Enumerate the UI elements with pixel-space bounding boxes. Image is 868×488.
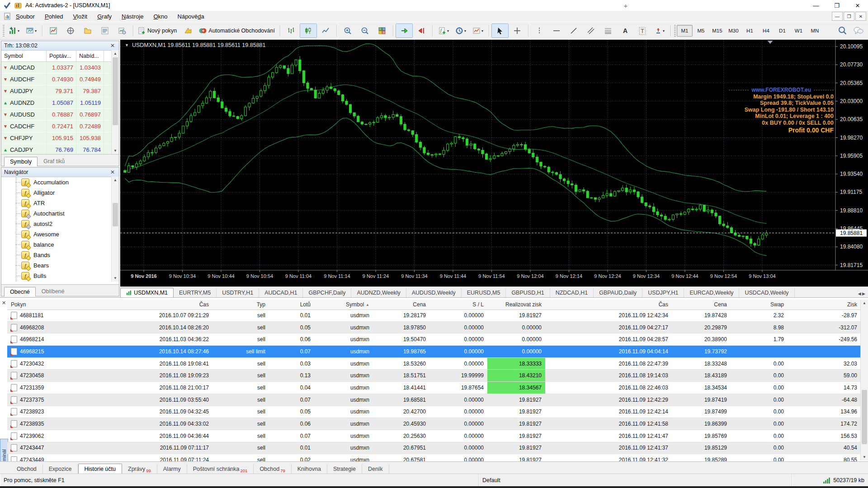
chevron-down-icon[interactable]: ▼ <box>125 43 129 47</box>
autotrading-button[interactable]: Automatické Obchodování <box>197 23 278 38</box>
mw-column-bid[interactable]: Poptáv... <box>47 51 76 61</box>
terminal-column-5[interactable]: Cena <box>373 300 429 310</box>
timeframe-h1[interactable]: H1 <box>742 25 758 37</box>
chart-tab-usdtry-h1[interactable]: USDTRY,H1 <box>217 288 259 298</box>
close-icon[interactable]: ✕ <box>109 169 116 175</box>
menu-nástroje[interactable]: Nástroje <box>117 12 148 21</box>
scroll-up-icon[interactable]: ▲ <box>861 300 868 306</box>
market-watch-scrollbar[interactable]: ▲ ▼ <box>111 50 119 154</box>
chart-tab-gbpchf-daily[interactable]: GBPCHF,Daily <box>303 288 351 298</box>
terminal-column-0[interactable]: Pokyn <box>7 300 132 310</box>
terminal-column-2[interactable]: Typ <box>212 300 269 310</box>
order-row[interactable]: 472313592016.11.08 21:00:17sell0.04usdmx… <box>7 382 861 394</box>
market-watch-row[interactable]: ▼CHFJPY105.915105.938 <box>1 132 119 144</box>
search-icon[interactable] <box>838 26 847 35</box>
order-row[interactable]: 472390622016.11.09 04:36:44sell0.07usdmx… <box>7 430 861 442</box>
chart-tab-eurtry-m5[interactable]: EURTRY,M5 <box>174 288 217 298</box>
scroll-up-icon[interactable]: ▲ <box>112 177 119 183</box>
terminal-tab-deník[interactable]: Deník <box>362 464 389 474</box>
navigator-item[interactable]: ƒBears <box>1 260 119 271</box>
terminal-column-7[interactable]: Realizovat zisk <box>487 300 545 310</box>
terminal-column-8[interactable]: Čas <box>545 300 672 310</box>
navigator-item[interactable]: ƒAlligator <box>1 188 119 198</box>
navigator-item[interactable]: ƒATR <box>1 198 119 208</box>
market-watch-row[interactable]: ▲AUDNZD1.050871.05119 <box>1 97 119 109</box>
candlestick-chart[interactable]: 20.1009520.0773020.0536520.0300020.00635… <box>120 40 868 286</box>
timeframe-h4[interactable]: H4 <box>758 25 774 37</box>
navigator-item[interactable]: ƒBands <box>1 250 119 260</box>
order-row[interactable]: 469682142016.11.03 04:36:22sell0.06usdmx… <box>7 333 861 346</box>
scroll-down-icon[interactable]: ▼ <box>112 275 119 282</box>
zoom-out-button[interactable] <box>356 23 373 38</box>
navigator-toggle[interactable] <box>79 23 96 38</box>
navigator-item[interactable]: ƒAutochartist <box>1 208 119 219</box>
timeframe-w1[interactable]: W1 <box>791 25 807 37</box>
close-button[interactable]: ✕ <box>847 0 868 11</box>
terminal-tab-strategie[interactable]: Strategie <box>327 464 362 474</box>
terminal-scrollbar[interactable]: ▲ ▼ <box>860 300 868 460</box>
navigator-item[interactable]: ƒBulls <box>1 271 119 281</box>
terminal-tab-alarmy[interactable]: Alarmy <box>157 464 187 474</box>
navigator-item[interactable]: ƒautosl2 <box>1 219 119 229</box>
terminal-tab-obchod[interactable]: Obchod79 <box>254 464 291 474</box>
chart-tab-audusd-weekly[interactable]: AUDUSD,Weekly <box>406 288 462 298</box>
close-icon[interactable]: ✕ <box>2 300 6 306</box>
terminal-column-6[interactable]: S / L <box>429 300 487 310</box>
new-order-button[interactable]: Nový pokyn <box>136 23 179 38</box>
zoom-in-button[interactable] <box>339 23 356 38</box>
titlebar-plus-icon[interactable]: + <box>620 0 631 11</box>
chart-area[interactable]: 20.1009520.0773020.0536520.0300020.00635… <box>120 40 868 286</box>
chart-tab-eurusd-m5[interactable]: EURUSD,M5 <box>462 288 506 298</box>
indicators-button[interactable]: f▾ <box>435 23 452 38</box>
profiles-button[interactable]: ▾ <box>23 23 40 38</box>
crosshair-button[interactable] <box>509 23 526 38</box>
mdi-close-button[interactable]: ✕ <box>855 12 866 21</box>
forexrobot-link[interactable]: www.FOREXROBOT.eu <box>729 87 834 94</box>
menu-nápověda[interactable]: Nápověda <box>173 12 209 21</box>
mw-column-symbol[interactable]: Symbol <box>1 51 47 61</box>
community-chat-icon[interactable] <box>854 26 863 35</box>
chart-tab-audcad-h1[interactable]: AUDCAD,H1 <box>259 288 303 298</box>
status-profile[interactable]: Default <box>478 474 792 487</box>
market-watch-row[interactable]: ▼AUDUSD0.768870.76897 <box>1 109 119 121</box>
chart-tab-usdcad-weekly[interactable]: USDCAD,Weekly <box>739 288 794 298</box>
market-watch-row[interactable]: ▼AUDCAD1.033771.03403 <box>1 62 119 74</box>
order-row[interactable]: 472389352016.11.09 04:33:02sell0.06usdmx… <box>7 418 861 430</box>
timeframe-m30[interactable]: M30 <box>726 25 741 37</box>
terminal-tab-obchod[interactable]: Obchod <box>11 464 43 474</box>
chart-tab-audnzd-weekly[interactable]: AUDNZD,Weekly <box>351 288 406 298</box>
terminal-tab-poštovní-schránka[interactable]: Poštovní schránka201 <box>187 464 254 474</box>
arrows-button[interactable]: ▾ <box>651 23 668 38</box>
menu-soubor[interactable]: Soubor <box>11 12 40 21</box>
new-chart-button[interactable]: ▾ <box>5 23 23 38</box>
terminal-tab-historie-účtu[interactable]: Historie účtu <box>78 464 122 474</box>
strategy-tester-toggle[interactable] <box>113 23 131 38</box>
menu-pohled[interactable]: Pohled <box>40 12 68 21</box>
menu-vložit[interactable]: Vložit <box>68 12 92 21</box>
chart-tab-usdmxn-m1[interactable]: USDMXN,M1 <box>120 288 174 298</box>
metaeditor-button[interactable] <box>179 23 197 38</box>
mdi-restore-button[interactable]: ❐ <box>844 12 854 21</box>
mdi-minimize-button[interactable]: — <box>832 12 843 21</box>
menu-grafy[interactable]: Grafy <box>92 12 117 21</box>
navigator-item[interactable]: ƒbalance <box>1 239 119 250</box>
chart-tab-scroll[interactable]: ◀ ▶ <box>855 290 868 298</box>
chart-tab-usdjpy-h1[interactable]: USDJPY,H1 <box>642 288 684 298</box>
terminal-toggle[interactable] <box>96 23 113 38</box>
terminal-column-4[interactable]: Symbol▲ <box>314 300 373 310</box>
periods-button[interactable]: ▾ <box>452 23 469 38</box>
navigator-item[interactable]: ƒAwesome <box>1 229 119 239</box>
text-label-button[interactable]: T <box>634 23 651 38</box>
chart-tab-eurcad-weekly[interactable]: EURCAD,Weekly <box>684 288 739 298</box>
terminal-column-11[interactable]: Zisk <box>788 300 861 310</box>
terminal-column-9[interactable]: Cena <box>672 300 731 310</box>
scroll-down-icon[interactable]: ▼ <box>112 147 119 154</box>
line-chart-button[interactable] <box>317 23 334 38</box>
terminal-column-3[interactable]: Lotů <box>269 300 314 310</box>
order-row[interactable]: 472304582016.11.08 19:09:23sell0.13usdmx… <box>7 370 861 382</box>
close-icon[interactable]: ✕ <box>109 42 116 49</box>
navigator-tab-1[interactable]: Oblíbené <box>36 286 71 296</box>
candlestick-chart-button[interactable] <box>300 23 317 38</box>
order-row[interactable]: 472373752016.11.09 03:55:40sell0.07usdmx… <box>7 394 861 406</box>
fibonacci-button[interactable] <box>599 23 617 38</box>
